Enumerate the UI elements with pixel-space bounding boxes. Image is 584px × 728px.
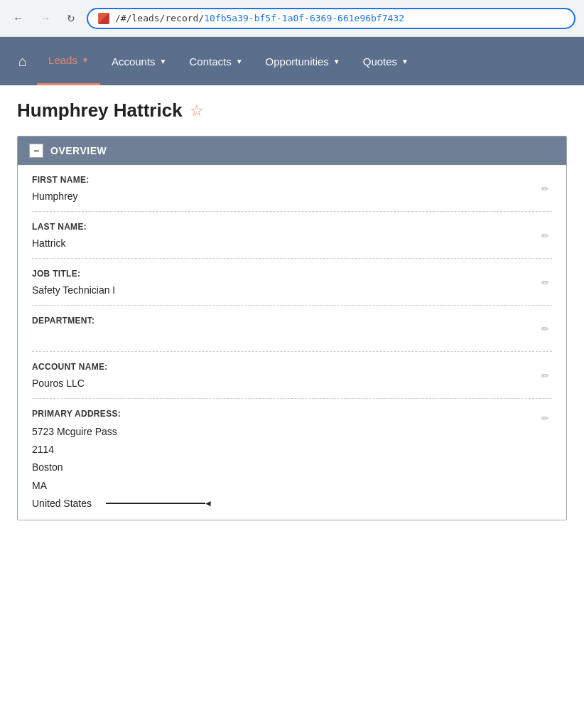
- first-name-edit-icon[interactable]: ✏: [541, 183, 549, 193]
- field-primary-address: PRIMARY ADDRESS: 5723 Mcguire Pass 2114 …: [32, 399, 552, 520]
- address-id: 10fb5a39-bf5f-1a0f-6369-661e96bf7432: [204, 13, 404, 23]
- account-name-edit-icon[interactable]: ✏: [541, 370, 549, 380]
- nav-opportunities-label: Opportunities: [266, 55, 329, 68]
- primary-address-edit-icon[interactable]: ✏: [541, 413, 549, 424]
- forward-button[interactable]: →: [36, 9, 55, 28]
- field-account-name-label: ACCOUNT NAME:: [32, 362, 552, 372]
- opportunities-dropdown-icon: ▼: [333, 58, 340, 65]
- field-job-title-value: Safety Technician I: [32, 283, 552, 298]
- nav-item-accounts[interactable]: Accounts ▼: [100, 37, 178, 85]
- favorite-star-icon[interactable]: ☆: [190, 102, 204, 120]
- refresh-button[interactable]: ↻: [63, 10, 80, 27]
- address-bar[interactable]: /#/leads/record/10fb5a39-bf5f-1a0f-6369-…: [87, 8, 575, 29]
- address-line3: Boston: [32, 459, 552, 476]
- nav-item-quotes[interactable]: Quotes ▼: [352, 37, 420, 85]
- field-department-value: [32, 330, 552, 344]
- address-line5-row: United States: [32, 495, 552, 513]
- browser-bar: ← → ↻ /#/leads/record/10fb5a39-bf5f-1a0f…: [0, 0, 584, 37]
- nav-contacts-label: Contacts: [189, 55, 231, 68]
- nav-item-contacts[interactable]: Contacts ▼: [178, 37, 254, 85]
- field-primary-address-value: 5723 Mcguire Pass 2114 Boston MA United …: [32, 423, 552, 513]
- field-job-title: JOB TITLE: Safety Technician I ✏: [32, 259, 552, 306]
- field-job-title-label: JOB TITLE:: [32, 269, 552, 279]
- field-first-name-label: FIRST NAME:: [32, 175, 552, 185]
- page-title-row: Humphrey Hattrick ☆: [17, 100, 567, 122]
- accounts-dropdown-icon: ▼: [160, 58, 167, 65]
- nav-item-leads[interactable]: Leads ▼: [37, 37, 100, 85]
- nav-accounts-label: Accounts: [112, 55, 156, 68]
- overview-panel: − OVERVIEW FIRST NAME: Humphrey ✏ LAST N…: [17, 136, 567, 520]
- field-account-name-value: Pouros LLC: [32, 376, 552, 391]
- arrow-annotation: [106, 496, 214, 512]
- address-prefix: /#/leads/record/: [115, 13, 204, 23]
- favicon-icon: [98, 13, 109, 24]
- field-department-label: DEPARTMENT:: [32, 316, 552, 326]
- field-last-name-label: LAST NAME:: [32, 222, 552, 232]
- app-nav: ⌂ Leads ▼ Accounts ▼ Contacts ▼ Opportun…: [0, 37, 584, 85]
- panel-title: OVERVIEW: [50, 145, 107, 156]
- field-account-name: ACCOUNT NAME: Pouros LLC ✏: [32, 352, 552, 399]
- field-department: DEPARTMENT: ✏: [32, 306, 552, 352]
- address-text: /#/leads/record/10fb5a39-bf5f-1a0f-6369-…: [115, 13, 404, 23]
- job-title-edit-icon[interactable]: ✏: [541, 277, 549, 287]
- contacts-dropdown-icon: ▼: [236, 58, 243, 65]
- home-button[interactable]: ⌂: [9, 46, 37, 77]
- back-button[interactable]: ←: [9, 9, 28, 28]
- nav-item-opportunities[interactable]: Opportunities ▼: [254, 37, 352, 85]
- field-last-name: LAST NAME: Hattrick ✏: [32, 212, 552, 259]
- leads-dropdown-icon: ▼: [82, 56, 89, 64]
- page-title: Humphrey Hattrick: [17, 100, 183, 122]
- address-line2: 2114: [32, 441, 552, 459]
- panel-header: − OVERVIEW: [18, 136, 566, 165]
- last-name-edit-icon[interactable]: ✏: [541, 230, 549, 240]
- field-first-name: FIRST NAME: Humphrey ✏: [32, 165, 552, 212]
- panel-body: FIRST NAME: Humphrey ✏ LAST NAME: Hattri…: [18, 165, 566, 520]
- department-edit-icon[interactable]: ✏: [541, 323, 549, 334]
- address-line5: United States: [32, 495, 92, 513]
- address-line1: 5723 Mcguire Pass: [32, 423, 552, 441]
- page-content: Humphrey Hattrick ☆ − OVERVIEW FIRST NAM…: [0, 85, 584, 535]
- field-primary-address-label: PRIMARY ADDRESS:: [32, 409, 552, 419]
- quotes-dropdown-icon: ▼: [401, 58, 409, 65]
- nav-quotes-label: Quotes: [363, 55, 397, 68]
- field-first-name-value: Humphrey: [32, 189, 552, 204]
- nav-leads-label: Leads: [48, 54, 77, 66]
- address-line4: MA: [32, 477, 552, 495]
- panel-collapse-button[interactable]: −: [29, 144, 43, 158]
- field-last-name-value: Hattrick: [32, 236, 552, 251]
